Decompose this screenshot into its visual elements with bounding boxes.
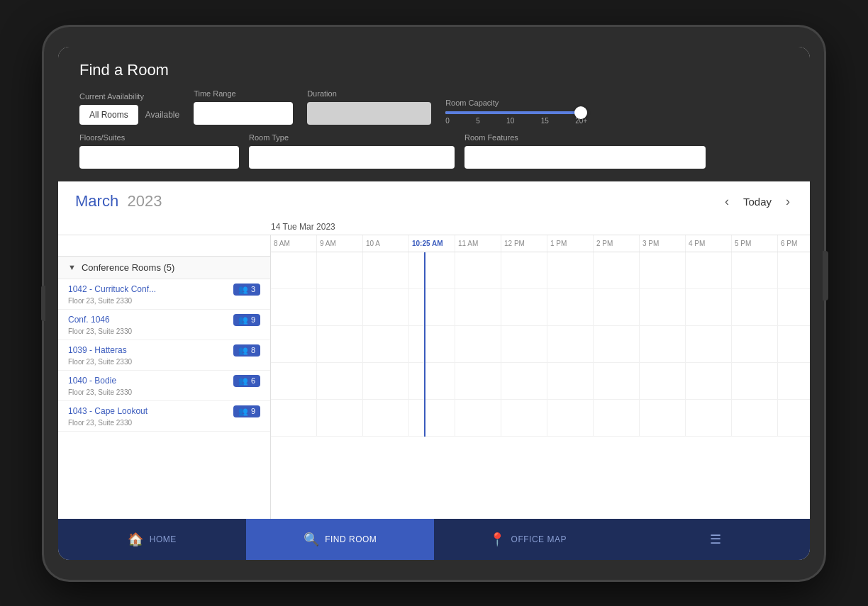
room-name[interactable]: 1039 - Hatteras: [68, 345, 127, 355]
office-map-label: OFFICE MAP: [511, 534, 567, 544]
time-cell[interactable]: [271, 289, 317, 325]
time-cell[interactable]: [409, 289, 455, 325]
time-cell[interactable]: [547, 400, 594, 436]
time-cell[interactable]: [363, 252, 409, 288]
room-features-input[interactable]: [464, 146, 706, 169]
time-cell[interactable]: [686, 400, 732, 436]
time-cell[interactable]: [271, 326, 317, 362]
time-cell[interactable]: [686, 252, 732, 288]
time-cell[interactable]: [732, 326, 778, 362]
nav-home[interactable]: 🏠 HOME: [58, 519, 246, 560]
room-capacity-group: Room Capacity 0 5 10 15 20+: [445, 99, 789, 125]
time-cell[interactable]: [640, 252, 686, 288]
time-cell[interactable]: [640, 400, 686, 436]
people-icon: 👥: [238, 407, 248, 416]
all-rooms-button[interactable]: All Rooms: [79, 105, 138, 125]
time-cell[interactable]: [501, 363, 547, 399]
time-cell[interactable]: [732, 400, 778, 436]
time-cell[interactable]: [455, 363, 501, 399]
time-cell[interactable]: [363, 326, 409, 362]
room-type-group: Room Type: [249, 133, 455, 169]
floors-input[interactable]: [79, 146, 239, 169]
time-cell[interactable]: [317, 400, 363, 436]
time-cell[interactable]: [686, 363, 732, 399]
time-cell[interactable]: [501, 400, 547, 436]
time-cell[interactable]: [778, 400, 810, 436]
slider-label-10: 10: [506, 117, 514, 125]
time-cell[interactable]: [455, 252, 501, 288]
room-item-top: 1043 - Cape Lookout 👥 9: [68, 405, 260, 417]
time-cell[interactable]: [455, 326, 501, 362]
time-cell[interactable]: [363, 400, 409, 436]
time-cell[interactable]: [317, 252, 363, 288]
time-cell[interactable]: [640, 289, 686, 325]
time-cell[interactable]: [732, 363, 778, 399]
time-cell[interactable]: [455, 289, 501, 325]
time-range-input[interactable]: [194, 102, 293, 125]
home-label: HOME: [150, 534, 177, 544]
time-cell[interactable]: [409, 400, 455, 436]
time-cell[interactable]: [317, 326, 363, 362]
time-row: [271, 289, 810, 326]
time-cell[interactable]: [409, 252, 455, 288]
slider-thumb[interactable]: [574, 106, 587, 119]
time-cell[interactable]: [732, 252, 778, 288]
nav-office-map[interactable]: 📍 OFFICE MAP: [434, 519, 622, 560]
room-name[interactable]: 1040 - Bodie: [68, 376, 116, 386]
time-cell[interactable]: [409, 363, 455, 399]
today-button[interactable]: Today: [743, 196, 772, 208]
nav-menu[interactable]: ☰: [622, 519, 810, 560]
time-cell[interactable]: [640, 363, 686, 399]
time-cell[interactable]: [594, 363, 640, 399]
time-cell[interactable]: [778, 289, 810, 325]
time-cell[interactable]: [594, 289, 640, 325]
room-item: 1043 - Cape Lookout 👥 9 Floor 23, Suite …: [58, 401, 270, 432]
room-type-input[interactable]: [249, 146, 455, 169]
calendar-section: March 2023 ‹ Today › 14 Tue Mar 2023: [58, 181, 810, 519]
filter-row-1: Current Availability All Rooms Available…: [79, 89, 789, 125]
capacity-number: 3: [251, 285, 255, 293]
capacity-number: 8: [251, 346, 255, 354]
time-cell[interactable]: [547, 363, 594, 399]
capacity-badge: 👥 8: [233, 344, 260, 357]
availability-label: Current Availability: [79, 92, 179, 101]
time-cell[interactable]: [501, 289, 547, 325]
room-name[interactable]: 1043 - Cape Lookout: [68, 406, 148, 416]
time-cell[interactable]: [501, 326, 547, 362]
time-cell[interactable]: [363, 363, 409, 399]
time-grid: 8 AM 9 AM 10 A 10:25 AM 11 AM 12 PM 1 PM…: [271, 235, 810, 519]
time-cell[interactable]: [409, 326, 455, 362]
time-cell[interactable]: [547, 326, 594, 362]
time-cell[interactable]: [455, 400, 501, 436]
time-cell[interactable]: [271, 252, 317, 288]
group-header[interactable]: ▼ Conference Rooms (5): [58, 257, 270, 279]
time-cell[interactable]: [363, 289, 409, 325]
time-cell[interactable]: [686, 289, 732, 325]
time-cell[interactable]: [778, 252, 810, 288]
side-button-left: [41, 286, 45, 321]
time-cell[interactable]: [271, 400, 317, 436]
duration-input[interactable]: [307, 102, 431, 125]
time-row: [271, 363, 810, 400]
time-cell[interactable]: [640, 326, 686, 362]
time-cell[interactable]: [317, 363, 363, 399]
time-cell[interactable]: [732, 289, 778, 325]
time-cell[interactable]: [271, 363, 317, 399]
side-button-right: [823, 251, 828, 301]
time-cell[interactable]: [501, 252, 547, 288]
time-cell[interactable]: [317, 289, 363, 325]
time-cell[interactable]: [778, 326, 810, 362]
time-cell[interactable]: [778, 363, 810, 399]
time-cell[interactable]: [547, 289, 594, 325]
room-name[interactable]: 1042 - Currituck Conf...: [68, 284, 156, 294]
nav-find-room[interactable]: 🔍 FIND ROOM: [246, 519, 434, 560]
room-name[interactable]: Conf. 1046: [68, 315, 110, 325]
available-button[interactable]: Available: [145, 110, 179, 120]
next-month-button[interactable]: ›: [783, 191, 793, 212]
time-cell[interactable]: [686, 326, 732, 362]
time-cell[interactable]: [594, 252, 640, 288]
time-cell[interactable]: [594, 326, 640, 362]
time-cell[interactable]: [547, 252, 594, 288]
prev-month-button[interactable]: ‹: [722, 191, 732, 212]
time-cell[interactable]: [594, 400, 640, 436]
